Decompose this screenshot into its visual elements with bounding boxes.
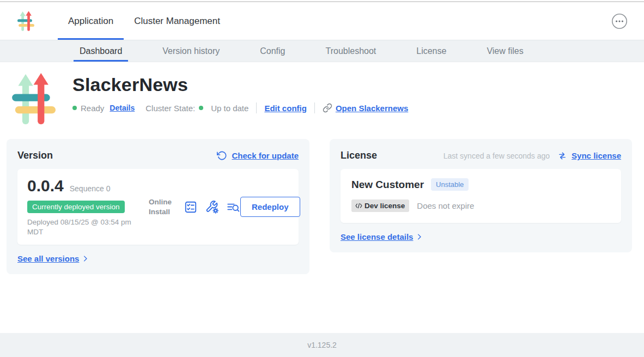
divider — [314, 102, 315, 113]
tab-application-label: Application — [68, 16, 113, 27]
subtab-config-label: Config — [260, 46, 285, 56]
license-type-label: Dev license — [364, 202, 405, 210]
refresh-icon — [217, 150, 227, 161]
subtab-license[interactable]: License — [410, 40, 452, 62]
version-card-title: Version — [17, 150, 53, 161]
cluster-state-value: Up to date — [211, 104, 248, 113]
license-details-panel: New Customer Unstable Dev license Does n… — [341, 169, 621, 223]
subtab-version-history-label: Version history — [162, 46, 220, 56]
dashboard-cards: Version Check for update 0.0.4 Sequence … — [7, 139, 632, 274]
app-logo-large — [12, 73, 57, 124]
preflight-checks-button[interactable] — [184, 200, 198, 214]
overflow-menu-button[interactable] — [611, 13, 628, 29]
tab-cluster-management[interactable]: Cluster Management — [124, 2, 230, 40]
code-icon — [355, 202, 363, 210]
license-expiry-text: Does not expire — [417, 201, 474, 210]
tab-cluster-management-label: Cluster Management — [134, 16, 220, 27]
sequence-label: Sequence 0 — [70, 184, 111, 193]
view-deploy-logs-button[interactable] — [226, 200, 240, 214]
chevron-right-icon — [415, 233, 423, 241]
app-logo-small[interactable] — [17, 11, 35, 31]
divider — [256, 102, 257, 113]
logs-search-icon — [226, 200, 240, 214]
see-all-versions-link[interactable]: See all versions — [17, 254, 79, 263]
see-license-details-link[interactable]: See license details — [341, 232, 413, 241]
details-link[interactable]: Details — [110, 104, 135, 112]
license-type-badge: Dev license — [351, 199, 409, 212]
topnav-tabs: Application Cluster Management — [58, 2, 230, 40]
current-version-panel: 0.0.4 Sequence 0 Currently deployed vers… — [17, 169, 299, 245]
cluster-state-label: Cluster State: — [145, 104, 195, 113]
open-app-link[interactable]: Open Slackernews — [336, 104, 408, 113]
sync-icon — [557, 151, 567, 161]
customer-name: New Customer — [351, 179, 424, 191]
subtab-dashboard-label: Dashboard — [80, 46, 122, 56]
subtab-view-files[interactable]: View files — [481, 40, 529, 62]
subtab-troubleshoot-label: Troubleshoot — [325, 46, 376, 56]
cluster-status-dot — [199, 106, 203, 110]
slackernews-logo-icon-large — [12, 73, 57, 124]
deployed-status-badge: Currently deployed version — [27, 201, 125, 213]
app-header: SlackerNews Ready Details Cluster State:… — [0, 62, 644, 124]
ellipsis-icon — [611, 13, 628, 29]
check-for-update-link[interactable]: Check for update — [232, 151, 299, 160]
subtab-version-history[interactable]: Version history — [156, 40, 226, 62]
tab-application[interactable]: Application — [58, 2, 124, 40]
top-navigation: Application Cluster Management — [0, 2, 644, 40]
subtab-config[interactable]: Config — [254, 40, 291, 62]
app-sub-navigation: Dashboard Version history Config Trouble… — [0, 40, 644, 62]
last-synced-text: Last synced a few seconds ago — [443, 152, 550, 160]
subtab-license-label: License — [416, 46, 446, 56]
console-footer: v1.125.2 — [0, 333, 644, 357]
version-card: Version Check for update 0.0.4 Sequence … — [7, 139, 309, 274]
chevron-right-icon — [81, 255, 89, 263]
checklist-icon — [184, 200, 198, 214]
edit-config-icon-button[interactable] — [205, 200, 219, 214]
app-status-row: Ready Details Cluster State: Up to date … — [72, 102, 408, 113]
link-icon — [323, 103, 332, 113]
slackernews-logo-icon — [17, 11, 35, 31]
license-card: License Last synced a few seconds ago Sy… — [330, 139, 632, 252]
channel-badge: Unstable — [431, 178, 469, 191]
app-status-text: Ready — [81, 104, 104, 113]
sync-license-link[interactable]: Sync license — [572, 151, 621, 160]
subtab-view-files-label: View files — [487, 46, 523, 56]
redeploy-button[interactable]: Redeploy — [240, 197, 300, 217]
subtab-troubleshoot[interactable]: Troubleshoot — [319, 40, 382, 62]
deployed-timestamp: Deployed 08/15/25 @ 03:54 pm MDT — [27, 217, 136, 237]
install-type-label: Online Install — [149, 197, 176, 216]
ready-status-dot — [72, 106, 77, 110]
subtab-dashboard[interactable]: Dashboard — [74, 40, 128, 62]
license-card-title: License — [341, 150, 377, 161]
page-title: SlackerNews — [72, 74, 408, 95]
open-app-link-wrap[interactable]: Open Slackernews — [323, 103, 408, 113]
version-number: 0.0.4 — [27, 177, 64, 195]
console-version: v1.125.2 — [307, 341, 337, 349]
wrench-gear-icon — [205, 200, 219, 214]
edit-config-link[interactable]: Edit config — [264, 104, 307, 113]
